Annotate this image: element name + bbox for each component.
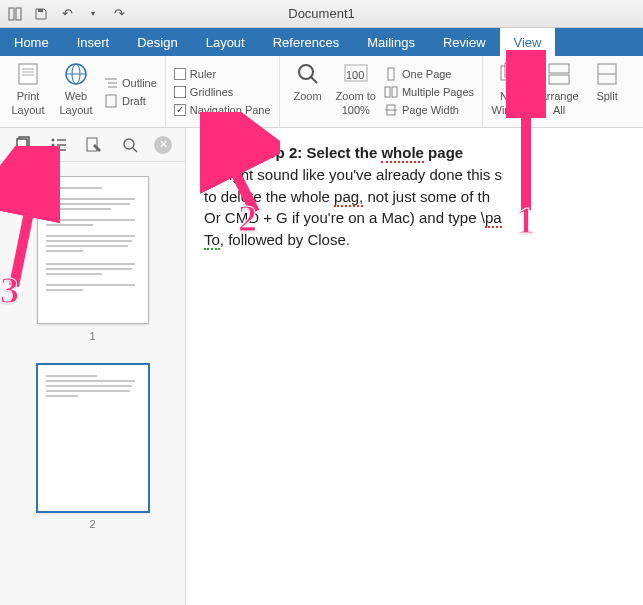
svg-point-35	[52, 148, 55, 151]
svg-rect-3	[19, 64, 37, 84]
navigation-tabs: ✕	[0, 128, 185, 162]
web-layout-label-1: Web	[65, 90, 87, 102]
redo-icon[interactable]: ↷	[112, 7, 126, 21]
title-bar: ↶ ▾ ↷ Document1	[0, 0, 643, 28]
headings-tab-icon[interactable]	[48, 134, 70, 156]
navigation-pane-checkbox[interactable]: ✓ Navigation Pane	[174, 104, 271, 116]
print-layout-label-2: Layout	[11, 104, 44, 116]
ribbon-tabs: Home Insert Design Layout References Mai…	[0, 28, 643, 56]
svg-line-39	[133, 148, 137, 152]
one-page-icon	[384, 67, 398, 81]
tab-home[interactable]: Home	[0, 28, 63, 56]
one-page-label: One Page	[402, 68, 452, 80]
outline-button[interactable]: Outline	[104, 76, 157, 90]
svg-point-31	[52, 138, 55, 141]
new-window-label-1: New	[500, 90, 522, 102]
multiple-pages-label: Multiple Pages	[402, 86, 474, 98]
tab-review[interactable]: Review	[429, 28, 500, 56]
svg-rect-25	[549, 64, 569, 73]
new-window-button[interactable]: New Window	[491, 60, 531, 116]
new-window-icon	[497, 60, 525, 88]
page-width-button[interactable]: Page Width	[384, 103, 474, 117]
arrange-all-label-2: All	[553, 104, 565, 116]
page-width-icon	[384, 103, 398, 117]
web-layout-button[interactable]: Web Layout	[56, 60, 96, 116]
one-page-button[interactable]: One Page	[384, 67, 474, 81]
tab-view[interactable]: View	[500, 28, 556, 56]
print-layout-icon	[14, 60, 42, 88]
zoom-100-label-1: Zoom to	[336, 90, 376, 102]
svg-rect-24	[505, 63, 521, 77]
undo-more-icon[interactable]: ▾	[86, 7, 100, 21]
split-icon	[593, 60, 621, 88]
zoom-icon	[294, 60, 322, 88]
arrange-all-button[interactable]: Arrange All	[539, 60, 579, 116]
arrange-all-label-1: Arrange	[540, 90, 579, 102]
tab-insert[interactable]: Insert	[63, 28, 124, 56]
draft-label: Draft	[122, 95, 146, 107]
thumbnails-tab-icon[interactable]	[13, 134, 35, 156]
navigation-pane-label: Navigation Pane	[190, 104, 271, 116]
page-thumbnails: 1 2	[0, 162, 185, 605]
zoom-100-icon: 100	[342, 60, 370, 88]
undo-icon[interactable]: ↶	[60, 7, 74, 21]
multiple-pages-icon	[384, 85, 398, 99]
thumbnail-page-1[interactable]: 1	[37, 176, 149, 342]
page-number: 1	[89, 330, 95, 342]
close-icon: ✕	[159, 138, 168, 151]
checkbox-icon	[174, 86, 186, 98]
navigation-pane: ✕ 1	[0, 128, 186, 605]
gridlines-checkbox[interactable]: Gridlines	[174, 86, 271, 98]
autosave-icon[interactable]	[8, 7, 22, 21]
review-tab-icon[interactable]	[83, 134, 105, 156]
zoom-100-label-2: 100%	[342, 104, 370, 116]
doc-line: Or CMD + G if you're on a Mac) and type …	[204, 207, 625, 229]
find-tab-icon[interactable]	[119, 134, 141, 156]
split-label: Split	[596, 90, 617, 102]
svg-rect-2	[38, 9, 43, 12]
tab-references[interactable]: References	[259, 28, 353, 56]
document-canvas[interactable]: ▢▢©gStep 2: Select the whole page It mig…	[186, 128, 643, 605]
new-window-label-2: Window	[492, 104, 531, 116]
group-zoom: Zoom 100 Zoom to 100% One Page Multiple …	[280, 56, 484, 127]
svg-rect-19	[385, 87, 390, 97]
main-area: ✕ 1	[0, 128, 643, 605]
page-preview	[37, 176, 149, 324]
draft-icon	[104, 94, 118, 108]
doc-line: To, followed by Close.	[204, 229, 625, 251]
group-views: Print Layout Web Layout Outline Draft	[0, 56, 166, 127]
svg-rect-20	[392, 87, 397, 97]
quick-access-toolbar: ↶ ▾ ↷	[8, 7, 126, 21]
svg-point-14	[299, 65, 313, 79]
split-button[interactable]: Split	[587, 60, 627, 102]
ruler-label: Ruler	[190, 68, 216, 80]
zoom-100-button[interactable]: 100 Zoom to 100%	[336, 60, 376, 116]
zoom-button[interactable]: Zoom	[288, 60, 328, 102]
outline-icon	[104, 76, 118, 90]
tab-mailings[interactable]: Mailings	[353, 28, 429, 56]
svg-text:100: 100	[346, 69, 364, 81]
tab-design[interactable]: Design	[123, 28, 191, 56]
group-window: New Window Arrange All Split	[483, 56, 635, 127]
outline-label: Outline	[122, 77, 157, 89]
doc-line: to delete the whole pag, not just some o…	[204, 186, 625, 208]
doc-heading: ▢▢©gStep 2: Select the whole page	[204, 142, 625, 164]
group-show: Ruler Gridlines ✓ Navigation Pane	[166, 56, 280, 127]
multiple-pages-button[interactable]: Multiple Pages	[384, 85, 474, 99]
svg-line-15	[311, 77, 317, 83]
page-width-label: Page Width	[402, 104, 459, 116]
tab-layout[interactable]: Layout	[192, 28, 259, 56]
svg-rect-18	[388, 68, 394, 80]
arrange-all-icon	[545, 60, 573, 88]
svg-point-38	[124, 139, 134, 149]
ruler-checkbox[interactable]: Ruler	[174, 68, 271, 80]
ribbon: Print Layout Web Layout Outline Draft Ru…	[0, 56, 643, 128]
save-icon[interactable]	[34, 7, 48, 21]
svg-rect-13	[106, 95, 116, 107]
page-number: 2	[89, 518, 95, 530]
svg-rect-1	[16, 8, 21, 20]
print-layout-button[interactable]: Print Layout	[8, 60, 48, 116]
draft-button[interactable]: Draft	[104, 94, 157, 108]
thumbnail-page-2[interactable]: 2	[37, 364, 149, 530]
close-pane-button[interactable]: ✕	[154, 136, 172, 154]
